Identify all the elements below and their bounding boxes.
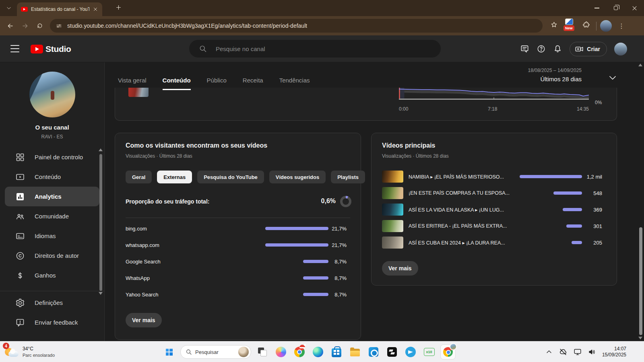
window-restore-button[interactable] <box>606 0 625 16</box>
window-minimize-button[interactable] <box>587 0 606 16</box>
traffic-row[interactable]: bing.com21,7% <box>126 220 350 237</box>
video-row[interactable]: ASÍ ES CUBA EN 2024 ▸ ¡LA DURA REA...205 <box>382 234 606 251</box>
traffic-row[interactable]: WhatsApp8,7% <box>126 269 350 286</box>
video-row[interactable]: NAMIBIA ▸ ¡EL PAÍS MÁS MISTERIOSO...1,2 … <box>382 168 606 185</box>
period-label: Últimos 28 dias <box>528 76 582 82</box>
chip-externas[interactable]: Externas <box>157 171 192 183</box>
chip-pesquisa-do-youtube[interactable]: Pesquisa do YouTube <box>197 171 264 183</box>
site-settings-icon[interactable] <box>56 23 62 29</box>
tray-chevron-up-icon[interactable] <box>545 348 553 356</box>
taskbar-explorer-icon[interactable] <box>348 345 362 359</box>
url-bar[interactable]: studio.youtube.com/channel/UCidKLeUncbjH… <box>50 19 543 33</box>
taskbar-search[interactable]: Pesquisar <box>180 345 251 359</box>
notifications-bell-icon[interactable] <box>553 44 562 53</box>
account-avatar[interactable] <box>614 43 627 56</box>
sidebar-item-subtitles[interactable]: Idiomas <box>0 226 104 246</box>
page-scroll-down-arrow[interactable] <box>638 337 642 339</box>
display-cast-icon[interactable] <box>573 348 582 356</box>
taskbar-chrome-active[interactable] <box>440 344 456 360</box>
taskbar-capcut-icon[interactable] <box>385 345 399 359</box>
period-selector[interactable]: 18/08/2025 – 14/09/2025 Últimos 28 dias <box>528 68 582 82</box>
sidebar-scroll-up-arrow[interactable] <box>99 148 103 151</box>
traffic-percent: 8,7% <box>327 275 347 281</box>
sidebar-item-analytics[interactable]: Analytics <box>5 187 99 206</box>
bookmark-star-icon[interactable] <box>550 21 558 29</box>
volume-icon[interactable] <box>588 348 597 356</box>
page-scrollbar-thumb[interactable] <box>639 227 642 335</box>
tab-vista-geral[interactable]: Vista geral <box>118 77 147 90</box>
channel-avatar[interactable] <box>29 72 75 117</box>
studio-logo[interactable]: Studio <box>31 44 71 54</box>
forward-button[interactable] <box>18 19 32 33</box>
traffic-row[interactable]: Yahoo Search8,7% <box>126 286 350 302</box>
sidebar-item-label: Painel de controlo <box>35 154 83 160</box>
cloud-icon <box>8 351 19 357</box>
browser-profile-avatar[interactable] <box>600 20 612 32</box>
search-placeholder: Pesquise no canal <box>216 45 265 52</box>
sidebar-item-community[interactable]: Comunidade <box>0 206 104 226</box>
taskbar-weather-widget[interactable]: 4 34°C Parc ensolarado <box>4 344 55 359</box>
taskbar-copilot-icon[interactable] <box>274 345 288 359</box>
search-highlight-image[interactable] <box>238 347 249 357</box>
extensions-puzzle-icon[interactable] <box>582 21 590 29</box>
sidebar-item-settings[interactable]: Definições <box>0 293 104 313</box>
traffic-row[interactable]: Google Search8,7% <box>126 253 350 269</box>
tab-tendencias[interactable]: Tendências <box>279 77 310 90</box>
sidebar-scroll-down-arrow[interactable] <box>99 292 103 295</box>
taskbar-photos-icon[interactable] <box>255 345 270 359</box>
window-close-button[interactable] <box>625 0 644 16</box>
taskbar-telegram-icon[interactable] <box>403 345 418 359</box>
create-button[interactable]: Criar <box>570 42 607 56</box>
reload-button[interactable] <box>33 19 47 33</box>
back-button[interactable] <box>3 19 17 33</box>
videos-see-more-button[interactable]: Ver mais <box>382 261 418 276</box>
new-tab-button[interactable] <box>115 4 122 11</box>
studio-header: Studio Pesquise no canal Criar <box>0 35 644 62</box>
retention-chart[interactable] <box>399 88 589 101</box>
help-icon[interactable] <box>537 44 546 53</box>
chip-playlists[interactable]: Playlists <box>331 171 365 183</box>
chip-geral[interactable]: Geral <box>126 171 152 183</box>
sidebar-item-content[interactable]: Conteúdo <box>0 167 104 187</box>
tab-conteudo[interactable]: Conteúdo <box>163 77 191 90</box>
video-title: ASÍ ES ERITREA - ¡EL PAÍS MÁS EXTRA... <box>409 223 516 229</box>
taskbar-clock[interactable]: 14:07 15/09/2025 <box>602 346 626 358</box>
sidebar-item-label: Definições <box>35 299 63 306</box>
tab-close-icon[interactable] <box>93 6 98 12</box>
menu-hamburger-icon[interactable] <box>10 45 19 52</box>
pinned-extension[interactable]: New <box>564 19 575 33</box>
sidebar-item-dashboard[interactable]: Painel de controlo <box>0 147 104 167</box>
tab-search-button[interactable] <box>4 3 14 13</box>
taskbar-outlook-icon[interactable] <box>366 345 381 359</box>
analytics-icon <box>15 192 25 202</box>
traffic-see-more-button[interactable]: Ver mais <box>126 313 162 327</box>
feedback-comment-icon[interactable] <box>520 44 529 53</box>
new-extension-badge: New <box>564 25 574 31</box>
sidebar-item-feedback[interactable]: Enviar feedback <box>0 313 104 332</box>
channel-search-input[interactable]: Pesquise no canal <box>189 40 441 58</box>
video-row[interactable]: ASÍ ES ERITREA - ¡EL PAÍS MÁS EXTRA...30… <box>382 218 606 234</box>
chip-videos-sugeridos[interactable]: Vídeos sugeridos <box>269 171 326 183</box>
traffic-filter-chips: GeralExternasPesquisa do YouTubeVídeos s… <box>126 171 365 183</box>
taskbar-x10-icon[interactable]: x10 <box>422 345 436 359</box>
tab-publico[interactable]: Público <box>207 77 227 90</box>
start-button[interactable] <box>162 345 176 359</box>
video-row[interactable]: ASÍ ES LA VIDA EN ALASKA ▸ ¡UN LUG...369 <box>382 201 606 218</box>
browser-tab[interactable]: Estatísticas do canal - YouTube <box>17 2 102 16</box>
sidebar-item-copyright[interactable]: Direitos de autor <box>0 246 104 265</box>
video-views-bar <box>572 241 582 244</box>
taskbar-edge-icon[interactable] <box>311 345 325 359</box>
sidebar-item-earnings[interactable]: Ganhos <box>0 265 104 285</box>
video-row[interactable]: ¡EN ESTE PAÍS COMPRAS A TU ESPOSA...548 <box>382 185 606 201</box>
page-scroll-up-arrow[interactable] <box>638 64 642 66</box>
taskbar-chrome-icon[interactable] <box>292 345 307 359</box>
video-thumbnail-eritrea <box>382 220 403 232</box>
browser-menu-icon[interactable]: ⋮ <box>617 21 626 31</box>
sidebar-scrollbar-thumb[interactable] <box>99 154 102 291</box>
taskbar-store-icon[interactable] <box>329 345 344 359</box>
search-icon <box>186 349 192 355</box>
period-chevron-down-icon[interactable] <box>608 73 617 82</box>
traffic-row[interactable]: whatsapp.com21,7% <box>126 237 350 253</box>
onedrive-paused-icon[interactable] <box>559 348 568 356</box>
tab-receita[interactable]: Receita <box>243 77 263 90</box>
